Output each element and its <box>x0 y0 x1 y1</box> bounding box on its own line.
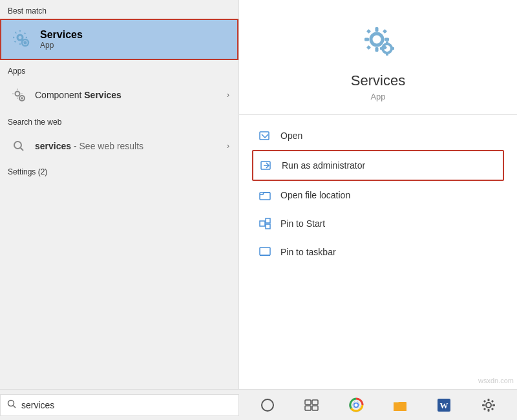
web-label: Search the web <box>0 111 238 130</box>
svg-rect-14 <box>382 28 386 33</box>
pin-to-start-label: Pin to Start <box>280 218 325 229</box>
svg-rect-15 <box>366 45 370 49</box>
action-open[interactable]: Open <box>252 121 504 150</box>
taskbar-search[interactable]: services <box>0 394 239 416</box>
app-subtitle: App <box>370 92 385 101</box>
svg-point-6 <box>14 142 21 149</box>
svg-rect-26 <box>260 221 265 226</box>
svg-rect-27 <box>266 218 270 223</box>
best-match-text: Services App <box>40 29 83 50</box>
task-view-icon[interactable] <box>301 395 322 415</box>
action-pin-to-taskbar[interactable]: Pin to taskbar <box>252 238 504 266</box>
svg-rect-9 <box>375 27 378 32</box>
open-icon <box>257 128 273 143</box>
svg-rect-53 <box>491 399 494 402</box>
svg-point-31 <box>8 401 14 406</box>
best-match-item[interactable]: Services App <box>0 19 238 60</box>
component-services-item[interactable]: Component Services › <box>0 79 238 111</box>
svg-point-47 <box>486 403 491 408</box>
apps-label: Apps <box>0 60 238 79</box>
action-run-as-admin[interactable]: Run as administrator <box>252 150 504 181</box>
admin-icon <box>258 158 274 173</box>
pin-to-taskbar-label: Pin to taskbar <box>280 247 336 257</box>
svg-rect-28 <box>266 224 270 229</box>
svg-line-32 <box>14 406 16 408</box>
component-services-text: Component Services <box>35 90 227 100</box>
chevron-right-icon: › <box>227 90 229 100</box>
svg-rect-12 <box>385 37 389 41</box>
divider <box>239 114 517 115</box>
taskbar-icons: W <box>239 395 517 415</box>
svg-point-42 <box>354 403 357 406</box>
best-match-label: Best match <box>0 0 238 19</box>
best-match-title: Services <box>40 29 83 41</box>
svg-point-2 <box>24 41 27 45</box>
svg-point-8 <box>371 34 383 45</box>
action-pin-to-start[interactable]: Pin to Start <box>252 209 504 238</box>
svg-rect-49 <box>487 409 489 412</box>
open-label: Open <box>280 131 302 141</box>
taskbar: services <box>0 389 517 420</box>
search-icon <box>9 136 28 156</box>
svg-rect-36 <box>305 406 311 410</box>
svg-rect-44 <box>394 403 406 411</box>
svg-rect-55 <box>491 407 494 410</box>
chrome-icon[interactable] <box>346 395 366 415</box>
best-match-subtitle: App <box>40 41 83 50</box>
app-title: Services <box>351 72 405 89</box>
svg-rect-37 <box>312 406 318 410</box>
component-services-icon <box>9 85 28 105</box>
svg-rect-35 <box>312 400 318 404</box>
svg-rect-54 <box>483 407 486 410</box>
svg-point-3 <box>16 92 20 96</box>
web-search-text: services - See web results <box>35 141 227 151</box>
services-icon <box>10 28 34 51</box>
svg-point-33 <box>262 399 273 411</box>
pin-start-icon <box>257 216 273 231</box>
action-open-file-location[interactable]: Open file location <box>252 181 504 209</box>
watermark: wsxdn.com <box>478 377 514 384</box>
taskbar-search-icon <box>7 399 16 410</box>
app-icon-large <box>355 19 401 65</box>
file-location-icon <box>257 187 273 203</box>
taskbar-settings-icon[interactable] <box>478 395 499 415</box>
svg-rect-10 <box>375 47 378 52</box>
svg-rect-34 <box>305 400 311 404</box>
svg-rect-11 <box>364 37 369 41</box>
svg-line-7 <box>21 148 24 151</box>
open-file-location-label: Open file location <box>280 190 350 200</box>
left-panel: Best match <box>0 0 239 389</box>
svg-rect-20 <box>380 47 383 50</box>
word-icon[interactable]: W <box>434 395 454 415</box>
taskbar-search-text: services <box>21 400 54 410</box>
web-search-item[interactable]: services - See web results › <box>0 130 238 162</box>
svg-rect-18 <box>386 41 388 45</box>
web-chevron-icon: › <box>227 142 229 151</box>
svg-rect-51 <box>492 404 495 406</box>
file-explorer-icon[interactable] <box>390 395 410 415</box>
svg-point-0 <box>17 35 23 40</box>
svg-text:W: W <box>440 401 448 410</box>
cortana-icon[interactable] <box>257 395 278 415</box>
svg-rect-52 <box>483 399 486 402</box>
settings-label: Settings (2) <box>0 162 238 180</box>
svg-rect-50 <box>482 404 485 406</box>
svg-rect-21 <box>391 47 394 50</box>
svg-point-5 <box>21 97 23 100</box>
right-panel: Services App Open <box>239 0 517 389</box>
svg-rect-48 <box>487 399 489 401</box>
svg-rect-25 <box>260 193 270 200</box>
action-list: Open Run as administrator <box>239 121 517 266</box>
svg-rect-29 <box>260 247 270 255</box>
pin-taskbar-icon <box>257 244 273 260</box>
run-as-admin-label: Run as administrator <box>282 160 365 171</box>
svg-rect-19 <box>386 52 388 56</box>
svg-rect-13 <box>366 28 370 33</box>
